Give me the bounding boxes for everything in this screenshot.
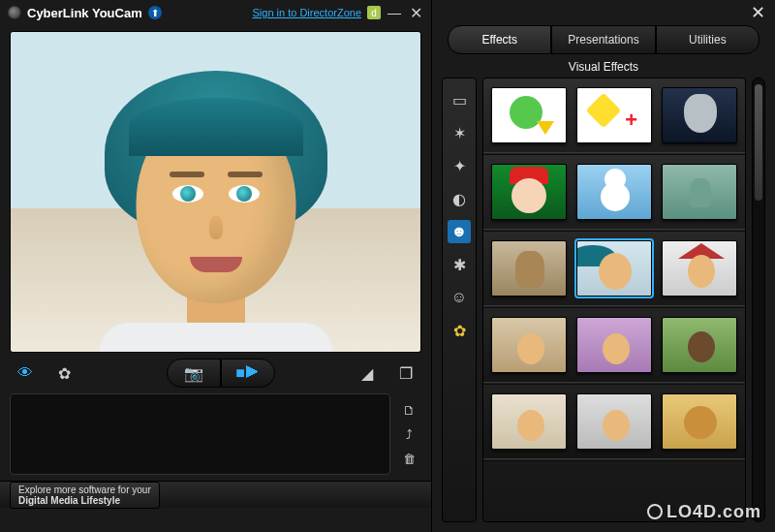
directorzone-icon[interactable]: d	[367, 6, 381, 19]
category-mask-icon[interactable]: ◐	[448, 187, 471, 210]
category-particle-icon[interactable]: ✱	[448, 253, 471, 276]
captured-media-row: 🗋 ⤴ 🗑	[0, 393, 431, 481]
effect-thumb[interactable]	[576, 317, 652, 373]
category-scene-icon[interactable]: ✶	[448, 121, 471, 144]
effect-thumb[interactable]	[576, 164, 652, 220]
update-icon[interactable]: ⬆	[148, 6, 162, 19]
effect-thumb[interactable]	[491, 87, 567, 143]
captured-media-actions: 🗋 ⤴ 🗑	[396, 393, 421, 475]
effect-thumb[interactable]	[491, 240, 567, 297]
effect-thumb[interactable]	[491, 393, 567, 450]
capture-mode-group: 📷 ■⯈	[167, 359, 275, 388]
app-root: CyberLink YouCam ⬆ Sign in to DirectorZo…	[0, 0, 775, 532]
delete-media-icon[interactable]: 🗑	[403, 452, 416, 466]
effects-body: ▭ ✶ ✦ ◐ ☻ ✱ ☺ ✿ +	[432, 78, 775, 532]
tab-effects[interactable]: Effects	[448, 25, 551, 54]
effects-scrollbar[interactable]	[752, 78, 765, 522]
shelf-row	[483, 232, 745, 308]
effect-thumb[interactable]	[662, 87, 737, 143]
preview-toggle-icon[interactable]: 👁	[12, 360, 39, 387]
snapshot-button[interactable]: 📷	[167, 359, 221, 388]
shelf-row	[483, 155, 745, 232]
titlebar: CyberLink YouCam ⬆ Sign in to DirectorZo…	[0, 0, 431, 25]
webcam-preview	[10, 31, 421, 353]
effects-tabbar: Effects Presentations Utilities	[432, 25, 775, 54]
settings-icon[interactable]: ✿	[50, 360, 78, 387]
captured-media-strip[interactable]	[10, 393, 390, 475]
scrollbar-handle[interactable]	[755, 84, 762, 201]
record-button[interactable]: ■⯈	[221, 359, 275, 388]
footer-bar: Explore more software for your Digital M…	[0, 481, 431, 508]
close-button[interactable]: ✕	[408, 6, 423, 19]
preview-container	[0, 25, 431, 353]
effect-thumb[interactable]	[662, 393, 737, 450]
effect-category-column: ▭ ✶ ✦ ◐ ☻ ✱ ☺ ✿	[442, 78, 477, 522]
minimize-button[interactable]: —	[387, 6, 402, 19]
category-magic-icon[interactable]: ✦	[448, 154, 471, 177]
category-frames-icon[interactable]: ▭	[448, 88, 471, 111]
tab-utilities[interactable]: Utilities	[656, 25, 760, 54]
effects-panel-title: Visual Effects	[432, 54, 775, 78]
share-media-icon[interactable]: ⤴	[406, 427, 413, 442]
import-media-icon[interactable]: 🗋	[403, 403, 416, 418]
avatar-render	[90, 71, 342, 353]
explore-line1: Explore more software for your	[18, 485, 151, 495]
effect-thumb-selected[interactable]	[576, 240, 652, 297]
right-header: ✕	[432, 0, 775, 25]
effect-thumb[interactable]	[491, 164, 567, 220]
category-avatar-icon[interactable]: ☻	[448, 220, 471, 243]
shelf-row	[483, 308, 745, 385]
effect-thumb[interactable]: +	[576, 87, 652, 143]
app-title: CyberLink YouCam	[27, 6, 142, 20]
shelf-row: +	[483, 78, 745, 155]
effect-thumb[interactable]	[662, 317, 737, 373]
left-panel: CyberLink YouCam ⬆ Sign in to DirectorZo…	[0, 0, 432, 532]
right-panel: ✕ Effects Presentations Utilities Visual…	[432, 0, 775, 532]
effect-thumb[interactable]	[662, 164, 737, 220]
app-logo-icon	[8, 6, 21, 19]
category-gadget-icon[interactable]: ✿	[448, 319, 471, 342]
eraser-icon[interactable]: ◢	[354, 360, 381, 387]
pip-icon[interactable]: ❐	[392, 360, 419, 387]
effect-thumb[interactable]	[491, 317, 567, 373]
category-emotion-icon[interactable]: ☺	[448, 286, 471, 309]
capture-controls: 👁 ✿ 📷 ■⯈ ◢ ❐	[0, 353, 431, 393]
explore-software-button[interactable]: Explore more software for your Digital M…	[10, 482, 160, 509]
effect-thumb[interactable]	[662, 240, 737, 297]
effects-shelves: +	[482, 78, 746, 522]
effect-thumb[interactable]	[576, 393, 652, 450]
shelf-row	[483, 385, 745, 461]
tab-presentations[interactable]: Presentations	[551, 25, 655, 54]
explore-line2: Digital Media Lifestyle	[18, 495, 151, 506]
right-close-button[interactable]: ✕	[751, 2, 765, 23]
signin-link[interactable]: Sign in to DirectorZone	[253, 7, 362, 18]
